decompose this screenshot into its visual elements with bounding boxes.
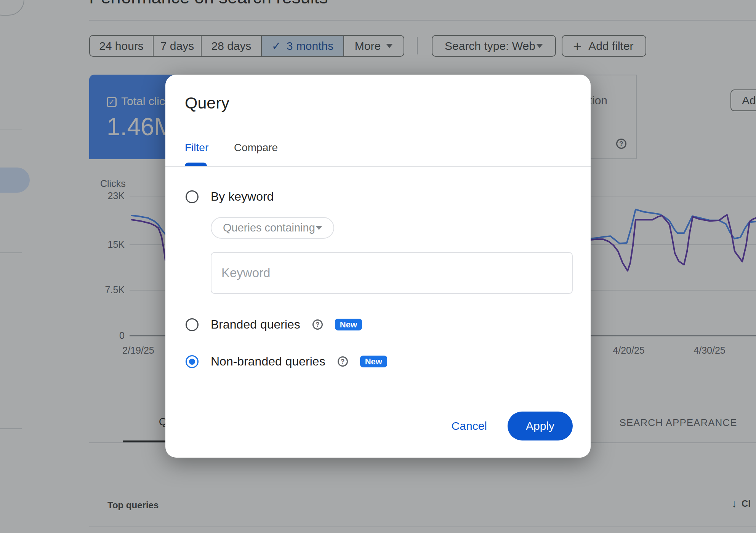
dialog-title: Query xyxy=(185,94,229,112)
radio-button[interactable] xyxy=(186,318,199,331)
cancel-button[interactable]: Cancel xyxy=(448,420,491,432)
dialog-active-tab-indicator xyxy=(185,163,207,166)
tab-filter[interactable]: Filter xyxy=(185,142,208,154)
query-filter-dialog: Query Filter Compare By keyword Queries … xyxy=(165,75,591,458)
match-type-dropdown[interactable]: Queries containing xyxy=(211,217,334,239)
keyword-input[interactable] xyxy=(211,252,573,294)
match-type-value: Queries containing xyxy=(223,222,315,234)
tab-compare[interactable]: Compare xyxy=(234,142,278,154)
option-non-branded-queries[interactable]: Non-branded queries ? New xyxy=(186,354,387,369)
search-console-performance-page: Performance on search results 24 hours 7… xyxy=(0,0,756,533)
new-badge: New xyxy=(360,356,387,367)
dialog-tab-divider xyxy=(165,166,591,167)
option-by-keyword[interactable]: By keyword xyxy=(186,190,274,204)
dialog-actions: Cancel Apply xyxy=(448,412,573,440)
help-icon[interactable]: ? xyxy=(338,356,348,367)
apply-button[interactable]: Apply xyxy=(508,412,573,440)
option-label: By keyword xyxy=(211,190,274,204)
radio-button-selected[interactable] xyxy=(186,355,199,368)
caret-down-icon xyxy=(316,226,322,230)
option-branded-queries[interactable]: Branded queries ? New xyxy=(186,318,362,332)
radio-dot xyxy=(189,359,195,365)
option-label: Branded queries xyxy=(211,318,300,332)
help-icon[interactable]: ? xyxy=(312,319,323,330)
option-label: Non-branded queries xyxy=(211,354,325,369)
new-badge: New xyxy=(335,319,362,330)
radio-button[interactable] xyxy=(186,190,199,203)
